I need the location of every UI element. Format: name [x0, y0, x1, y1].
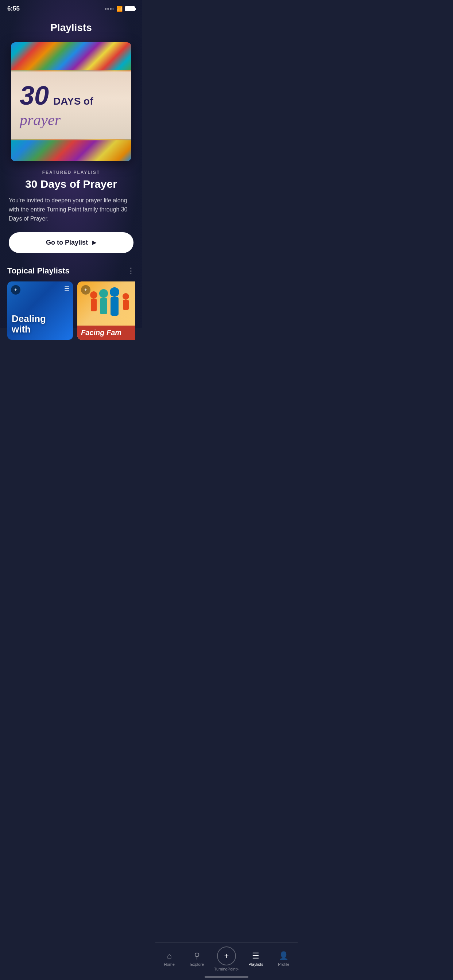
stained-glass-bottom — [11, 139, 131, 161]
topical-more-icon[interactable]: ⋮ — [127, 266, 135, 275]
wifi-icon: 📶 — [116, 6, 123, 12]
featured-description: You're invited to deepen your prayer lif… — [9, 196, 134, 223]
topical-title: Topical Playlists — [7, 266, 70, 275]
featured-name: 30 Days of Prayer — [9, 178, 134, 190]
playlist-card-dealing[interactable]: + ☰ Dealingwith — [7, 282, 73, 340]
playlist-cards-row: + ☰ Dealingwith + — [7, 282, 135, 343]
svg-rect-5 — [110, 297, 118, 316]
svg-rect-1 — [91, 299, 97, 311]
svg-point-0 — [90, 291, 97, 299]
family-figures-icon — [88, 287, 132, 323]
prayer-word: prayer — [20, 111, 123, 128]
status-time: 6:55 — [7, 5, 20, 13]
prayer-number: 30 — [20, 83, 49, 109]
svg-rect-7 — [123, 300, 129, 310]
topical-header: Topical Playlists ⋮ — [7, 266, 135, 275]
svg-point-6 — [123, 293, 129, 300]
svg-rect-3 — [100, 298, 107, 314]
featured-label: FEATURED PLAYLIST — [9, 170, 134, 175]
go-to-playlist-label: Go to Playlist — [46, 239, 88, 247]
svg-point-4 — [110, 287, 119, 297]
main-content: Playlists 30 DAYS of prayer FEATURED PLA… — [0, 14, 142, 379]
featured-playlist-image[interactable]: 30 DAYS of prayer — [11, 42, 131, 161]
card-menu-icon-1[interactable]: ☰ — [64, 285, 69, 292]
status-bar: 6:55 📶 — [0, 0, 142, 14]
topical-playlists-section: Topical Playlists ⋮ + ☰ Dealingwith + — [0, 266, 142, 343]
card-dealing-title: Dealingwith — [12, 313, 46, 334]
battery-icon — [125, 6, 135, 11]
featured-image-content: 30 DAYS of prayer — [11, 72, 131, 139]
featured-label-section: FEATURED PLAYLIST 30 Days of Prayer You'… — [0, 170, 142, 253]
go-to-playlist-button[interactable]: Go to Playlist ▶ — [9, 232, 134, 253]
page-title: Playlists — [0, 14, 142, 42]
svg-point-2 — [99, 289, 108, 298]
stained-glass-top — [11, 42, 131, 72]
prayer-title-art: 30 DAYS of prayer — [20, 83, 123, 128]
card-badge-1: + — [11, 285, 21, 294]
status-icons: 📶 — [105, 6, 135, 12]
playlist-card-facing[interactable]: + — [77, 282, 135, 340]
card-facing-title: Facing Fam — [81, 328, 121, 337]
signal-dots-icon — [105, 8, 114, 10]
arrow-icon: ▶ — [92, 240, 96, 245]
prayer-days-of: DAYS of — [53, 95, 93, 107]
